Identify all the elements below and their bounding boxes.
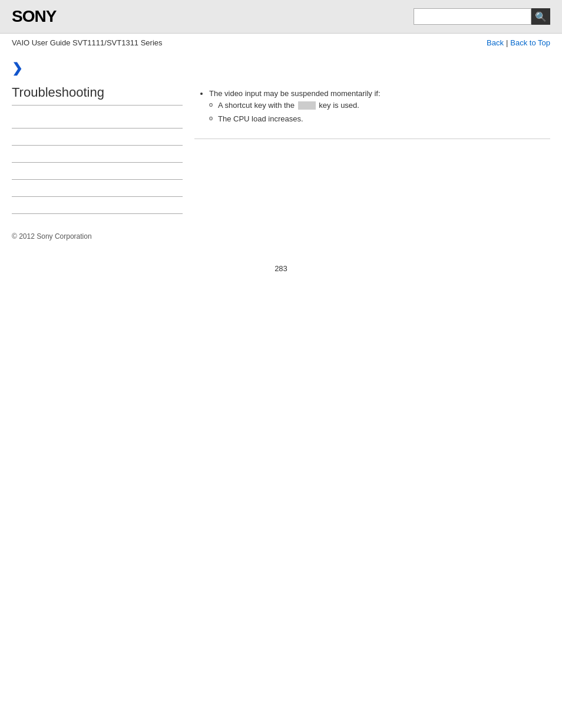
sidebar-title: Troubleshooting [12, 85, 183, 106]
content-list: The video input may be suspended momenta… [194, 88, 550, 125]
sidebar: Troubleshooting [12, 85, 183, 214]
guide-title: VAIO User Guide SVT1111/SVT1311 Series [12, 38, 163, 47]
list-item [12, 163, 183, 180]
back-to-top-link[interactable]: Back to Top [510, 38, 550, 47]
fn-key-placeholder [298, 101, 316, 110]
nav-bar: VAIO User Guide SVT1111/SVT1311 Series B… [0, 34, 562, 52]
search-button[interactable]: 🔍 [531, 8, 550, 25]
list-item [12, 129, 183, 146]
content-area: The video input may be suspended momenta… [194, 85, 550, 214]
list-item [12, 111, 183, 129]
search-input[interactable] [414, 8, 531, 25]
sub-list: A shortcut key with the key is used. The… [209, 100, 550, 125]
page-number: 283 [0, 252, 562, 285]
back-link[interactable]: Back [487, 38, 504, 47]
page-header: SONY 🔍 [0, 0, 562, 34]
list-item [12, 197, 183, 214]
copyright: © 2012 Sony Corporation [12, 232, 92, 241]
sony-logo: SONY [12, 7, 56, 26]
content-bullet: The video input may be suspended momenta… [209, 88, 550, 125]
list-item [12, 180, 183, 197]
sub-list-item: A shortcut key with the key is used. [218, 100, 550, 111]
breadcrumb: ❯ [0, 52, 562, 79]
sub-list-item: The CPU load increases. [218, 113, 550, 125]
list-item [12, 146, 183, 163]
search-area: 🔍 [414, 8, 550, 25]
page-footer: © 2012 Sony Corporation [0, 220, 562, 252]
content-section: The video input may be suspended momenta… [194, 88, 550, 139]
sidebar-links [12, 111, 183, 214]
nav-links: Back | Back to Top [487, 38, 550, 47]
search-icon: 🔍 [535, 11, 547, 22]
breadcrumb-arrow: ❯ [12, 61, 22, 75]
main-content: Troubleshooting The vi [0, 79, 562, 220]
nav-separator: | [506, 38, 508, 47]
